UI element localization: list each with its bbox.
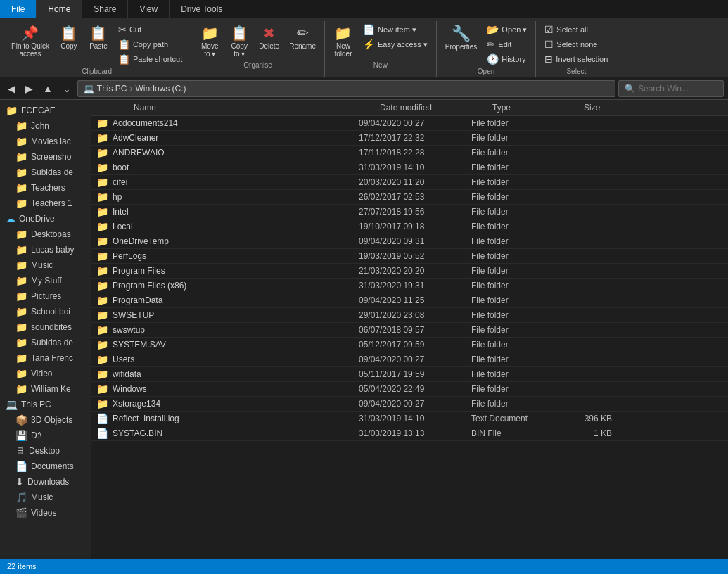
sidebar-item-videos[interactable]: 🎬Videos: [0, 505, 91, 521]
recent-button[interactable]: ⌄: [59, 82, 75, 96]
sidebar-item-desktop[interactable]: 🖥Desktop: [0, 443, 91, 459]
table-row[interactable]: 📁 swswtup 06/07/2018 09:57 File folder: [91, 323, 728, 338]
table-row[interactable]: 📁 Xstorage134 09/04/2020 00:27 File fold…: [91, 397, 728, 412]
sidebar-item-music[interactable]: 🎵Music: [0, 490, 91, 505]
sidebar-item-tana-frenc[interactable]: 📁Tana Frenc: [0, 350, 91, 366]
tab-file[interactable]: File: [0, 0, 37, 18]
sidebar-item-my-stuff[interactable]: 📁My Stuff: [0, 273, 91, 288]
sidebar-item-music[interactable]: 📁Music: [0, 257, 91, 273]
table-row[interactable]: 📁 Local 19/10/2017 09:18 File folder: [91, 219, 728, 234]
sidebar-item-subidas-de[interactable]: 📁Subidas de: [0, 335, 91, 350]
open-button[interactable]: 📂 Open ▾: [483, 23, 531, 37]
tab-home[interactable]: Home: [37, 0, 82, 18]
table-row[interactable]: 📁 AdwCleaner 17/12/2017 22:32 File folde…: [91, 131, 728, 146]
sidebar-item-school-boi[interactable]: 📁School boi: [0, 304, 91, 319]
table-row[interactable]: 📁 Windows 05/04/2020 22:49 File folder: [91, 382, 728, 397]
table-row[interactable]: 📁 ProgramData 09/04/2020 11:25 File fold…: [91, 293, 728, 308]
new-item-button[interactable]: 📄 New item ▾: [359, 23, 432, 37]
sidebar-item-icon: 🎬: [15, 507, 27, 518]
sidebar-item-icon: 📄: [15, 461, 27, 472]
tab-share[interactable]: Share: [82, 0, 128, 18]
tab-view[interactable]: View: [128, 0, 170, 18]
copy-to-button[interactable]: 📋 Copyto ▾: [225, 23, 253, 60]
copy-button[interactable]: 📋 Copy: [55, 23, 83, 52]
sidebar-item-teachers-1[interactable]: 📁Teachers 1: [0, 196, 91, 211]
new-folder-button[interactable]: 📁 Newfolder: [329, 23, 357, 60]
table-row[interactable]: 📁 Acdocuments214 09/04/2020 00:27 File f…: [91, 116, 728, 131]
table-row[interactable]: 📁 SWSETUP 29/01/2020 23:08 File folder: [91, 308, 728, 323]
table-row[interactable]: 📁 hp 26/02/2017 02:53 File folder: [91, 190, 728, 205]
sidebar-item-fcecae[interactable]: 📁FCECAE: [0, 103, 91, 118]
properties-button[interactable]: 🔧 Properties: [441, 23, 482, 53]
pin-quick-access-button[interactable]: 📌 Pin to Quickaccess: [7, 23, 53, 60]
table-row[interactable]: 📁 Intel 27/07/2018 19:56 File folder: [91, 205, 728, 219]
delete-label: Delete: [259, 42, 279, 50]
sidebar-item-teachers[interactable]: 📁Teachers: [0, 180, 91, 196]
column-date[interactable]: Date modified: [380, 103, 492, 113]
table-row[interactable]: 📁 boot 31/03/2019 14:10 File folder: [91, 160, 728, 175]
sidebar-item-this-pc[interactable]: 💻This PC: [0, 397, 91, 412]
sidebar-item-soundbites[interactable]: 📁soundbites: [0, 319, 91, 335]
sidebar-item-william-ke[interactable]: 📁William Ke: [0, 381, 91, 397]
table-row[interactable]: 📁 Users 09/04/2020 00:27 File folder: [91, 352, 728, 367]
delete-button[interactable]: ✖ Delete: [255, 23, 283, 52]
sidebar-item-3d-objects[interactable]: 📦3D Objects: [0, 412, 91, 428]
rename-button[interactable]: ✏ Rename: [285, 23, 320, 52]
sidebar-item-movies-lac[interactable]: 📁Movies lac: [0, 134, 91, 149]
table-row[interactable]: 📁 Program Files (x86) 31/03/2020 19:31 F…: [91, 279, 728, 293]
sidebar-item-documents[interactable]: 📄Documents: [0, 459, 91, 474]
table-row[interactable]: 📁 wifidata 05/11/2017 19:59 File folder: [91, 367, 728, 382]
tab-home-label: Home: [48, 4, 70, 14]
table-row[interactable]: 📁 cifei 20/03/2020 11:20 File folder: [91, 175, 728, 190]
table-row[interactable]: 📁 Program Files 21/03/2020 20:20 File fo…: [91, 264, 728, 279]
copy-path-button[interactable]: 📋 Copy path: [114, 37, 186, 51]
ribbon-select-section: ☑ Select all ☐ Select none ⊟ Invert sele…: [536, 21, 616, 77]
table-row[interactable]: 📁 ANDREWAIO 17/11/2018 22:28 File folder: [91, 146, 728, 160]
sidebar-item-onedrive[interactable]: ☁OneDrive: [0, 211, 91, 227]
select-all-button[interactable]: ☑ Select all: [540, 23, 612, 37]
invert-selection-button[interactable]: ⊟ Invert selection: [540, 52, 612, 66]
table-row[interactable]: 📁 SYSTEM.SAV 05/12/2017 09:59 File folde…: [91, 338, 728, 352]
sidebar-item-downloads[interactable]: ⬇Downloads: [0, 474, 91, 490]
forward-button[interactable]: ▶: [22, 82, 37, 96]
edit-button[interactable]: ✏ Edit: [483, 37, 531, 51]
cut-button[interactable]: ✂ Cut: [114, 23, 186, 37]
file-icon: 📁: [91, 310, 113, 321]
sidebar-item-pictures[interactable]: 📁Pictures: [0, 288, 91, 304]
column-type[interactable]: Type: [492, 103, 584, 113]
sidebar-item-icon: ☁: [6, 213, 15, 224]
copy-path-label: Copy path: [133, 40, 168, 49]
open-label: Open ▾: [502, 25, 527, 34]
address-path[interactable]: 💻 This PC › Windows (C:): [77, 80, 615, 97]
sidebar-item-icon: 📁: [15, 306, 27, 317]
paste-shortcut-button[interactable]: 📋 Paste shortcut: [114, 52, 186, 66]
paste-button[interactable]: 📋 Paste: [84, 23, 113, 52]
easy-access-button[interactable]: ⚡ Easy access ▾: [359, 37, 432, 51]
file-icon: 📁: [91, 265, 113, 276]
history-button[interactable]: 🕐 History: [483, 52, 531, 66]
move-to-button[interactable]: 📁 Moveto ▾: [196, 23, 224, 60]
table-row[interactable]: 📄 Reflect_Install.log 31/03/2019 14:10 T…: [91, 412, 728, 426]
sidebar-item-icon: 💻: [6, 399, 18, 410]
table-row[interactable]: 📁 PerfLogs 19/03/2019 05:52 File folder: [91, 249, 728, 264]
history-label: History: [502, 55, 525, 63]
select-none-button[interactable]: ☐ Select none: [540, 37, 612, 51]
up-button[interactable]: ▲: [39, 82, 56, 96]
sidebar-item-john[interactable]: 📁John: [0, 118, 91, 134]
sidebar-item-lucas-baby[interactable]: 📁Lucas baby: [0, 242, 91, 257]
table-row[interactable]: 📁 OneDriveTemp 09/04/2020 09:31 File fol…: [91, 234, 728, 249]
sidebar-item-subidas-de[interactable]: 📁Subidas de: [0, 165, 91, 180]
back-button[interactable]: ◀: [4, 82, 19, 96]
search-input[interactable]: [638, 84, 717, 94]
tab-drive-tools[interactable]: Drive Tools: [170, 0, 234, 18]
sidebar-item-d:\[interactable]: 💾D:\: [0, 428, 91, 443]
table-row[interactable]: 📄 SYSTAG.BIN 31/03/2019 13:13 BIN File 1…: [91, 426, 728, 441]
column-size[interactable]: Size: [584, 103, 640, 113]
search-box[interactable]: 🔍: [618, 80, 724, 97]
sidebar-items-container: 📁FCECAE📁John📁Movies lac📁Screensho📁Subida…: [0, 103, 91, 521]
sidebar-item-desktopas[interactable]: 📁Desktopas: [0, 227, 91, 242]
sidebar-item-screensho[interactable]: 📁Screensho: [0, 149, 91, 165]
sidebar-item-video[interactable]: 📁Video: [0, 366, 91, 381]
column-name[interactable]: Name: [113, 103, 380, 113]
file-name: cifei: [113, 177, 359, 187]
